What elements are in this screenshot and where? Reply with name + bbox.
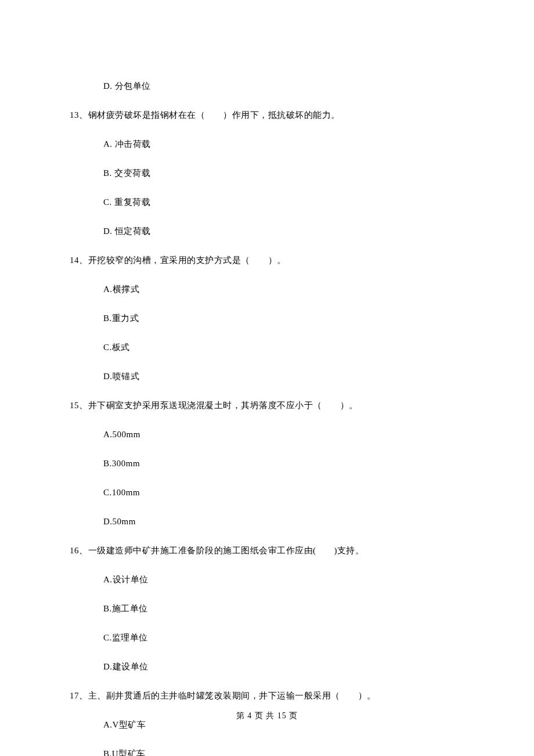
q13-option-b: B. 交变荷载 (103, 166, 464, 180)
q13-option-d: D. 恒定荷载 (103, 224, 464, 238)
page-content: D. 分包单位 13、钢材疲劳破坏是指钢材在在（ ）作用下，抵抗破坏的能力。 A… (0, 0, 534, 756)
q17-option-b: B.U型矿车 (103, 747, 464, 756)
q14-option-c: C.板式 (103, 340, 464, 354)
q15-option-c: C.100mm (103, 485, 464, 499)
q13-stem: 13、钢材疲劳破坏是指钢材在在（ ）作用下，抵抗破坏的能力。 (70, 108, 464, 122)
q17-stem: 17、主、副井贯通后的主井临时罐笼改装期间，井下运输一般采用（ ）。 (70, 689, 464, 703)
q15-option-b: B.300mm (103, 456, 464, 470)
q12-option-d: D. 分包单位 (103, 79, 464, 93)
q15-option-d: D.50mm (103, 514, 464, 528)
q15-stem: 15、井下硐室支护采用泵送现浇混凝土时，其坍落度不应小于（ ）。 (70, 398, 464, 412)
q13-option-a: A. 冲击荷载 (103, 137, 464, 151)
q16-option-b: B.施工单位 (103, 602, 464, 615)
q16-stem: 16、一级建造师中矿井施工准备阶段的施工图纸会审工作应由( )支持。 (70, 543, 464, 557)
q14-option-a: A.横撑式 (103, 282, 464, 296)
q16-option-a: A.设计单位 (103, 573, 464, 586)
q14-option-b: B.重力式 (103, 311, 464, 325)
q15-option-a: A.500mm (103, 427, 464, 441)
q16-option-c: C.监理单位 (103, 631, 464, 645)
q16-option-d: D.建设单位 (103, 660, 464, 674)
q14-stem: 14、开挖较窄的沟槽，宜采用的支护方式是（ ）。 (70, 253, 464, 267)
q14-option-d: D.喷锚式 (103, 369, 464, 383)
q13-option-c: C. 重复荷载 (103, 195, 464, 209)
page-footer: 第 4 页 共 15 页 (0, 711, 534, 721)
